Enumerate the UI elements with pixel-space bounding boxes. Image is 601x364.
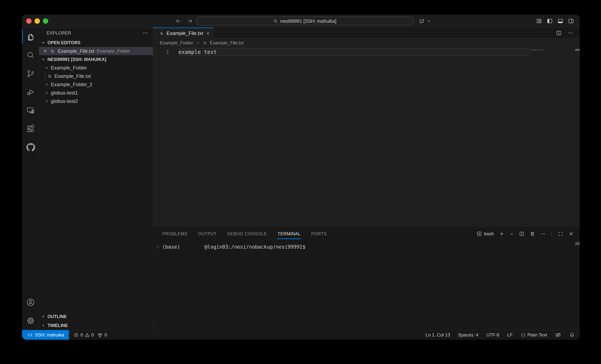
command-center-search[interactable]: nesi99991 [SSH: mahuika] bbox=[197, 17, 413, 25]
tree-item-file[interactable]: Example_File.txt bbox=[39, 72, 153, 80]
open-editor-item[interactable]: Example_File.txt Example_Folder bbox=[39, 47, 153, 55]
error-icon bbox=[73, 332, 79, 338]
tree-item-folder[interactable]: Example_Folder_2 bbox=[39, 80, 153, 89]
minimap[interactable]: example text bbox=[530, 47, 575, 226]
problems-status-button[interactable]: 0 0 bbox=[73, 332, 94, 338]
close-panel-button[interactable] bbox=[568, 231, 574, 237]
panel-more-actions-button[interactable] bbox=[540, 231, 546, 237]
open-editors-label: OPEN EDITORS bbox=[48, 40, 80, 45]
bash-terminal-icon bbox=[476, 231, 482, 237]
bottom-panel: PROBLEMS OUTPUT DEBUG CONSOLE TERMINAL P… bbox=[153, 226, 580, 330]
notifications-button[interactable] bbox=[569, 332, 575, 338]
tab-close-button[interactable] bbox=[206, 31, 210, 36]
new-terminal-button[interactable] bbox=[499, 231, 504, 237]
copilot-icon bbox=[419, 18, 425, 24]
layout-panel-icon bbox=[557, 18, 563, 24]
ellipsis-icon bbox=[540, 231, 546, 237]
warning-count: 0 bbox=[91, 332, 94, 338]
toggle-secondary-sidebar-button[interactable] bbox=[568, 18, 574, 24]
radio-tower-icon bbox=[97, 332, 103, 338]
ellipsis-icon bbox=[568, 30, 573, 36]
copilot-status-button[interactable] bbox=[555, 332, 561, 338]
tree-item-folder-expanded[interactable]: Example_Folder bbox=[39, 64, 153, 72]
customize-layout-button[interactable] bbox=[536, 18, 542, 24]
terminal-viewport[interactable]: (base) @login03:/nesi/nobackup/nesi99991… bbox=[153, 241, 580, 330]
extensions-icon bbox=[26, 124, 35, 134]
maximize-panel-button[interactable] bbox=[558, 231, 563, 237]
toggle-primary-sidebar-button[interactable] bbox=[547, 18, 553, 24]
open-editor-file-label: Example_File.txt bbox=[58, 48, 94, 54]
workspace-section-header[interactable]: NESI99991 [SSH: MAHUIKA] bbox=[39, 55, 153, 64]
minimize-window-button[interactable] bbox=[35, 19, 40, 24]
command-center-text: nesi99991 [SSH: mahuika] bbox=[280, 19, 336, 24]
eol-button[interactable]: LF bbox=[507, 332, 512, 338]
open-editors-section-header[interactable]: OPEN EDITORS bbox=[39, 38, 153, 47]
split-editor-icon bbox=[556, 30, 562, 36]
navigate-forward-button[interactable] bbox=[187, 18, 193, 24]
tab-example-file[interactable]: Example_File.txt bbox=[153, 28, 214, 38]
terminal-launch-dropdown-button[interactable] bbox=[510, 231, 514, 236]
tree-item-folder[interactable]: globus-test2 bbox=[39, 97, 153, 105]
terminal-scrollbar-thumb[interactable] bbox=[575, 242, 580, 245]
activity-remote-explorer-button[interactable] bbox=[22, 101, 39, 120]
activity-github-button[interactable] bbox=[22, 138, 39, 156]
activity-account-button[interactable] bbox=[22, 293, 39, 311]
split-terminal-button[interactable] bbox=[519, 231, 525, 237]
activity-extensions-button[interactable] bbox=[22, 120, 39, 138]
close-icon[interactable] bbox=[43, 49, 48, 53]
layout-sidebar-left-icon bbox=[547, 18, 553, 24]
panel-tab-ports[interactable]: PORTS bbox=[311, 227, 327, 241]
breadcrumb-file[interactable]: Example_File.txt bbox=[210, 40, 243, 46]
toggle-panel-button[interactable] bbox=[557, 18, 563, 24]
encoding-button[interactable]: UTF-8 bbox=[486, 332, 499, 338]
current-line-highlight bbox=[178, 48, 530, 56]
kill-terminal-button[interactable] bbox=[530, 231, 535, 237]
chevron-down-icon bbox=[41, 40, 46, 45]
language-mode-button[interactable]: Plain Text bbox=[521, 332, 547, 338]
close-icon bbox=[206, 31, 210, 36]
panel-tab-output[interactable]: OUTPUT bbox=[198, 227, 217, 241]
arrow-left-icon bbox=[175, 18, 181, 24]
tree-item-label: Example_File.txt bbox=[54, 73, 91, 79]
indentation-button[interactable]: Spaces: 4 bbox=[458, 332, 479, 338]
timeline-section-header[interactable]: TIMELINE bbox=[39, 321, 153, 330]
breadcrumb-folder[interactable]: Example_Folder bbox=[160, 40, 193, 46]
activity-run-debug-button[interactable] bbox=[22, 83, 39, 101]
activity-explorer-button[interactable] bbox=[22, 28, 39, 46]
zoom-window-button[interactable] bbox=[43, 19, 48, 24]
split-terminal-icon bbox=[519, 231, 525, 237]
maximize-panel-icon bbox=[558, 231, 563, 237]
ports-count: 0 bbox=[104, 332, 107, 338]
activity-source-control-button[interactable] bbox=[22, 64, 39, 83]
close-window-button[interactable] bbox=[26, 19, 31, 24]
indent-guide bbox=[45, 72, 45, 80]
navigate-back-button[interactable] bbox=[175, 18, 181, 24]
ports-status-button[interactable]: 0 bbox=[97, 332, 107, 338]
editor-more-actions-button[interactable] bbox=[568, 30, 573, 36]
terminal-shell-selector[interactable]: bash bbox=[476, 231, 494, 237]
editor-tab-bar: Example_File.txt bbox=[153, 28, 580, 38]
panel-tab-terminal[interactable]: TERMINAL bbox=[278, 227, 300, 241]
status-bar: SSH: mahuika 0 0 0 Ln 1, Col 13 Spaces: … bbox=[22, 330, 580, 340]
tree-item-label: globus-test1 bbox=[51, 90, 78, 96]
tree-item-folder[interactable]: globus-test1 bbox=[39, 89, 153, 97]
tree-item-label: Example_Folder_2 bbox=[51, 82, 92, 87]
activity-bar bbox=[22, 28, 39, 330]
shell-name: bash bbox=[484, 231, 494, 237]
ellipsis-icon bbox=[142, 30, 148, 36]
remote-indicator-button[interactable]: SSH: mahuika bbox=[22, 330, 69, 340]
panel-tab-debug-console[interactable]: DEBUG CONSOLE bbox=[227, 227, 267, 241]
explorer-more-actions-button[interactable] bbox=[142, 30, 148, 36]
minimap-text: example text bbox=[530, 49, 544, 51]
bell-icon bbox=[569, 332, 575, 338]
chevron-right-icon bbox=[196, 41, 200, 45]
search-icon bbox=[26, 51, 35, 60]
editor-content[interactable]: 1 example text example text bbox=[153, 47, 580, 226]
panel-tab-problems[interactable]: PROBLEMS bbox=[162, 227, 188, 241]
activity-settings-button[interactable] bbox=[22, 311, 39, 330]
copilot-menu-button[interactable] bbox=[419, 15, 431, 28]
activity-search-button[interactable] bbox=[22, 46, 39, 64]
cursor-position-button[interactable]: Ln 1, Col 13 bbox=[425, 332, 450, 338]
outline-section-header[interactable]: OUTLINE bbox=[39, 312, 153, 321]
split-editor-button[interactable] bbox=[556, 30, 562, 36]
